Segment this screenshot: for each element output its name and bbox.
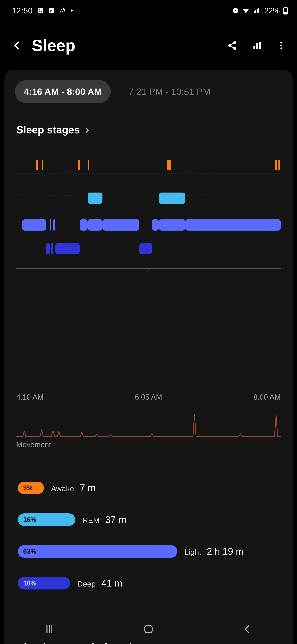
app-header: Sleep — [0, 18, 297, 64]
stage-segment-light — [53, 219, 56, 230]
sleep-stages-chart — [16, 148, 281, 266]
page-title: Sleep — [32, 36, 75, 55]
stage-segment-light — [152, 219, 159, 230]
breakdown-value: 41 m — [101, 578, 122, 589]
svg-rect-6 — [254, 12, 255, 13]
breakdown-label: Light — [184, 548, 201, 556]
sleep-stages-heading[interactable]: Sleep stages — [4, 115, 292, 142]
breakdown-row-awake: 3%Awake7 m — [18, 482, 279, 494]
svg-point-20 — [280, 44, 282, 46]
back-button[interactable] — [12, 40, 23, 51]
breakdown-value: 7 m — [80, 482, 96, 493]
stage-segment-light — [88, 219, 102, 230]
svg-rect-9 — [258, 8, 259, 13]
breakdown-bar-awake: 3% — [18, 482, 44, 494]
stage-segment-light — [50, 219, 51, 230]
session-tab-inactive[interactable]: 7:21 PM - 10:51 PM — [120, 80, 219, 103]
stage-segment-light — [185, 219, 281, 230]
sleep-stages-title: Sleep stages — [16, 124, 80, 136]
stage-segment-light — [102, 219, 139, 230]
svg-rect-17 — [256, 43, 258, 49]
breakdown-bar-deep: 18% — [18, 577, 70, 590]
status-bar: 12:50 25 6 22% — [0, 0, 297, 18]
home-button[interactable] — [140, 620, 158, 638]
stage-segment-light — [22, 219, 46, 230]
share-button[interactable] — [227, 40, 237, 50]
activity-icon — [60, 7, 66, 14]
status-left: 12:50 25 — [12, 6, 73, 15]
movement-chart — [16, 412, 281, 437]
awake-tick — [42, 160, 43, 170]
nav-back-button[interactable] — [239, 620, 256, 638]
svg-rect-8 — [257, 9, 258, 13]
svg-text:6: 6 — [248, 8, 249, 10]
breakdown-row-light: 63%Light2 h 19 m — [18, 545, 279, 558]
image-icon — [37, 7, 44, 14]
more-button[interactable] — [277, 40, 285, 50]
svg-rect-12 — [284, 12, 287, 14]
svg-rect-25 — [145, 626, 152, 633]
awake-tick — [167, 160, 169, 170]
awake-tick — [275, 160, 277, 170]
session-tab-active[interactable]: 4:16 AM - 8:00 AM — [15, 80, 111, 103]
battery-percent: 22% — [264, 6, 280, 15]
stage-segment-light — [159, 219, 185, 230]
svg-point-1 — [39, 9, 40, 10]
svg-point-19 — [280, 42, 282, 44]
axis-mid: 6:05 AM — [135, 393, 162, 402]
breakdown-row-deep: 18%Deep41 m — [18, 577, 279, 590]
svg-rect-18 — [259, 42, 261, 49]
svg-point-21 — [280, 47, 282, 49]
awake-tick — [88, 160, 90, 170]
awake-tick — [36, 160, 38, 170]
chevron-right-icon — [84, 124, 90, 136]
session-tabs: 4:16 AM - 8:00 AM 7:21 PM - 10:51 PM — [4, 78, 292, 115]
stage-segment-rem — [88, 192, 102, 204]
svg-rect-16 — [254, 46, 255, 49]
svg-text:25: 25 — [50, 9, 53, 13]
svg-rect-11 — [284, 7, 286, 8]
stage-segment-light — [80, 219, 88, 230]
stage-segment-deep — [139, 243, 152, 254]
breakdown-label: REM — [82, 516, 100, 525]
battery-icon — [283, 6, 288, 14]
breakdown-row-rem: 16%REM37 m — [18, 514, 279, 526]
stage-segment-rem — [159, 192, 185, 204]
svg-rect-7 — [256, 10, 256, 13]
breakdown-bar-rem: 16% — [18, 514, 75, 526]
awake-tick — [78, 160, 80, 170]
stats-button[interactable] — [252, 40, 262, 50]
axis-start: 4:10 AM — [16, 393, 44, 402]
recents-button[interactable] — [40, 620, 58, 638]
stage-segment-deep — [51, 243, 53, 254]
breakdown-label: Awake — [51, 484, 74, 493]
breakdown-pct: 63% — [23, 548, 36, 555]
movement-label: Movement — [4, 437, 292, 449]
chart-x-axis: 4:10 AM 6:05 AM 8:00 AM — [16, 266, 281, 402]
system-nav-bar — [0, 614, 297, 644]
awake-tick — [278, 160, 280, 170]
status-right: 6 22% — [232, 6, 288, 15]
leaf-icon — [232, 7, 239, 14]
breakdown-pct: 18% — [23, 580, 36, 587]
breakdown-label: Deep — [77, 580, 96, 588]
dot-icon — [71, 10, 73, 12]
stage-breakdown: 3%Awake7 m16%REM37 m63%Light2 h 19 m18%D… — [4, 449, 292, 590]
breakdown-bar-light: 63% — [18, 545, 177, 558]
sleep-card: 4:16 AM - 8:00 AM 7:21 PM - 10:51 PM Sle… — [4, 70, 292, 644]
axis-end: 8:00 AM — [254, 393, 281, 402]
wifi-icon: 6 — [242, 7, 250, 14]
stage-segment-deep — [56, 243, 80, 254]
stage-segment-deep — [46, 243, 50, 254]
breakdown-value: 2 h 19 m — [207, 546, 244, 557]
breakdown-pct: 3% — [23, 484, 33, 492]
status-time: 12:50 — [12, 6, 33, 15]
breakdown-value: 37 m — [105, 514, 126, 525]
signal-icon — [253, 7, 260, 14]
awake-tick — [169, 160, 171, 170]
calendar-25-icon: 25 — [48, 7, 55, 14]
breakdown-pct: 16% — [23, 516, 36, 523]
